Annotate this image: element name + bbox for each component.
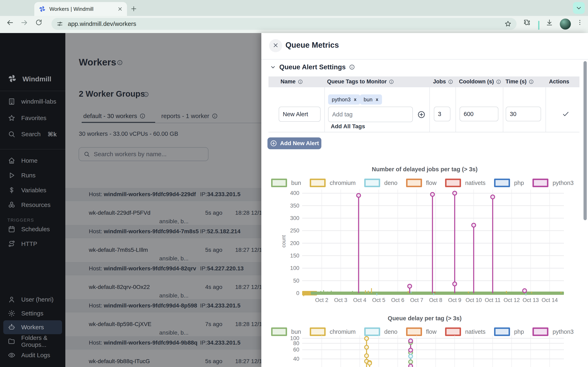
remove-tag-icon[interactable]: x	[354, 97, 356, 102]
alert-name-input[interactable]	[279, 107, 320, 122]
close-icon	[117, 6, 123, 12]
search-icon	[8, 130, 16, 138]
legend-label: nativets	[465, 180, 485, 186]
add-tag-input[interactable]	[328, 107, 413, 122]
drawer-scrollbar[interactable]	[584, 61, 587, 220]
close-icon	[272, 42, 279, 49]
remove-tag-icon[interactable]: x	[376, 97, 378, 102]
legend-swatch-flow[interactable]	[406, 179, 422, 187]
toolbar-divider	[538, 21, 539, 30]
sidebar-item-label: Home	[21, 157, 38, 164]
sidebar-item-label: Schedules	[21, 226, 50, 233]
sidebar-item-search[interactable]: Search⌘k	[0, 127, 65, 141]
sidebar-logo[interactable]: Windmill	[0, 72, 65, 86]
legend-swatch-deno[interactable]	[364, 327, 380, 336]
extensions-icon	[523, 19, 531, 26]
download-icon	[545, 19, 553, 26]
building-icon	[8, 98, 16, 105]
menu-kebab-icon[interactable]	[576, 19, 584, 26]
close-icon[interactable]	[117, 6, 123, 12]
time-input[interactable]	[506, 107, 541, 121]
extensions-icon[interactable]	[523, 19, 531, 26]
sidebar-logo-label: Windmill	[22, 75, 51, 83]
jobs-input[interactable]	[434, 107, 450, 121]
plus-circle-icon[interactable]	[417, 110, 426, 119]
sidebar-item-folders-groups[interactable]: Folders & Groups...	[0, 334, 65, 348]
sidebar-item-schedules[interactable]: Schedules	[0, 222, 65, 236]
cubes-icon	[8, 201, 16, 209]
address-bar[interactable]: app.windmill.dev/workers	[52, 18, 517, 30]
sidebar-item-variables[interactable]: Variables	[0, 183, 65, 197]
download-icon[interactable]	[545, 19, 553, 26]
queue-alert-settings-toggle[interactable]: Queue Alert Settings	[270, 63, 355, 71]
info-icon[interactable]	[528, 79, 534, 84]
add-new-alert-button[interactable]: Add New Alert	[268, 137, 321, 149]
svg-text:Oct 10: Oct 10	[466, 297, 482, 303]
back-arrow-icon[interactable]	[6, 19, 14, 26]
info-icon[interactable]	[496, 79, 501, 84]
legend-swatch-flow[interactable]	[406, 327, 422, 336]
plus-circle-icon	[270, 140, 277, 147]
info-icon[interactable]	[298, 79, 303, 84]
sidebar-item-user-henri[interactable]: User (henri)	[0, 292, 65, 307]
star-icon	[8, 114, 16, 122]
legend-label: bun	[291, 180, 301, 186]
close-drawer-button[interactable]	[269, 39, 282, 52]
sidebar-item-settings[interactable]: Settings	[0, 307, 65, 320]
sidebar-item-windmill-labs[interactable]: windmill-labs	[0, 95, 65, 108]
legend-label: flow	[426, 180, 437, 186]
legend-swatch-chromium[interactable]	[310, 327, 326, 336]
sidebar-item-favorites[interactable]: Favorites	[0, 111, 65, 125]
info-icon[interactable]	[448, 79, 453, 84]
tag-pill-python3[interactable]: python3x	[328, 94, 360, 105]
new-tab-button[interactable]	[130, 5, 137, 12]
legend-swatch-php[interactable]	[494, 179, 510, 187]
shortcut-badge: ⌘k	[48, 131, 57, 138]
legend-swatch-deno[interactable]	[364, 179, 380, 187]
site-settings-icon[interactable]	[56, 20, 63, 27]
reload-icon[interactable]	[35, 19, 43, 26]
sidebar-item-http[interactable]: HTTP	[0, 237, 65, 251]
svg-text:0: 0	[296, 290, 299, 296]
add-all-tags-button[interactable]: Add All Tags	[331, 123, 365, 130]
forward-arrow-icon[interactable]	[20, 19, 28, 26]
svg-text:300: 300	[290, 215, 299, 221]
url-text: app.windmill.dev/workers	[68, 20, 504, 27]
legend-swatch-chromium[interactable]	[310, 179, 326, 187]
col-actions: Actions	[549, 78, 569, 85]
svg-text:Oct 6: Oct 6	[391, 297, 405, 303]
legend-swatch-nativets[interactable]	[445, 179, 461, 187]
legend-label: python3	[553, 180, 573, 186]
bookmark-star-icon[interactable]	[504, 20, 512, 27]
cooldown-input[interactable]	[459, 107, 498, 121]
windmill-logo-icon	[7, 74, 17, 83]
sidebar-item-workers[interactable]: Workers	[3, 320, 62, 334]
robot-icon	[8, 323, 16, 331]
svg-text:Oct 5: Oct 5	[372, 297, 385, 303]
svg-text:60: 60	[293, 347, 299, 353]
tag-pill-bun[interactable]: bunx	[360, 94, 382, 105]
check-icon[interactable]	[562, 110, 570, 118]
plus-icon	[130, 5, 137, 12]
alert-table-header: Name Queue Tags to Monitor Jobs Cooldown…	[268, 76, 579, 87]
legend-swatch-bun[interactable]	[271, 327, 287, 336]
queue-delay-chart: 100806040	[261, 335, 588, 367]
info-icon[interactable]	[349, 64, 355, 70]
chevron-down-icon[interactable]	[573, 2, 585, 14]
sidebar-item-home[interactable]: Home	[0, 154, 65, 167]
profile-avatar[interactable]	[560, 18, 571, 30]
legend-swatch-php[interactable]	[494, 327, 510, 336]
sidebar-item-resources[interactable]: Resources	[0, 198, 65, 212]
browser-tab[interactable]: Workers | Windmill	[34, 2, 127, 16]
legend-swatch-python3[interactable]	[532, 327, 548, 336]
legend-swatch-nativets[interactable]	[445, 327, 461, 336]
sidebar-item-runs[interactable]: Runs	[0, 168, 65, 182]
info-icon[interactable]	[389, 79, 394, 84]
sidebar-item-audit-logs[interactable]: Audit Logs	[0, 348, 65, 362]
info-icon	[389, 79, 394, 84]
legend-swatch-python3[interactable]	[532, 179, 548, 187]
legend-swatch-bun[interactable]	[271, 179, 287, 187]
sidebar-divider	[0, 149, 65, 150]
svg-text:Oct 14: Oct 14	[541, 297, 558, 303]
chevron-down-icon	[270, 64, 276, 70]
